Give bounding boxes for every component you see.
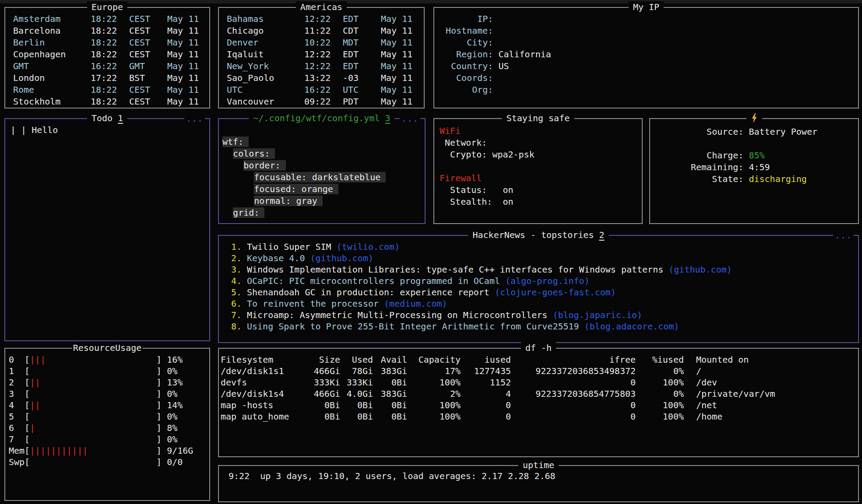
battery-info: Source: Battery Power Charge: 85%Remaini… bbox=[650, 119, 858, 223]
gauge-bars: || bbox=[30, 377, 40, 388]
clock-row: Bahamas12:22EDTMay 11 bbox=[227, 13, 424, 25]
ip-field-label: Coords: bbox=[446, 73, 493, 83]
clock-time: 12:22 bbox=[304, 13, 331, 25]
top-strip bbox=[0, 0, 862, 4]
df-cell: 9223372036854775803 bbox=[511, 388, 636, 399]
clock-timezone: CEST bbox=[129, 96, 167, 108]
clock-city: Vancouver bbox=[227, 96, 304, 108]
ip-field-row: Hostname: bbox=[446, 25, 858, 37]
europe-clock-rows: Amsterdam18:22CESTMay 11Barcelona18:22CE… bbox=[5, 8, 209, 108]
panel-todo[interactable]: Todo1 ... | | Hello bbox=[4, 118, 210, 341]
gauge-label: 2 bbox=[9, 377, 25, 388]
hackernews-story[interactable]: 2.Keybase 4.0 (github.com) bbox=[226, 252, 858, 264]
story-domain-link[interactable]: (blog.japaric.io) bbox=[552, 310, 642, 320]
hackernews-story[interactable]: 8.Using Spark to Prove 255-Bit Integer A… bbox=[226, 321, 858, 332]
config-line-text: focusable: darkslateblue bbox=[254, 172, 386, 182]
story-title: Windows Implementation Libraries: type-s… bbox=[247, 264, 668, 275]
gauge-label: 3 bbox=[9, 388, 25, 399]
df-header-cell: Mounted on bbox=[696, 354, 749, 365]
story-domain-link[interactable]: (clojure-goes-fast.com) bbox=[495, 287, 616, 298]
config-line-text: border: bbox=[243, 160, 285, 171]
clock-timezone: CEST bbox=[129, 84, 167, 96]
clock-row: Berlin18:22CESTMay 11 bbox=[13, 37, 209, 49]
gauge-label: Swp bbox=[9, 456, 25, 468]
gauge-value: 13% bbox=[167, 377, 183, 388]
clock-date: May 11 bbox=[381, 13, 412, 25]
ip-field-row: City: bbox=[446, 37, 858, 49]
df-row: /dev/disk1s1466Gi78Gi383Gi17%12774359223… bbox=[221, 365, 858, 377]
df-cell: 383Gi bbox=[373, 388, 407, 399]
df-cell: 100% bbox=[407, 377, 461, 388]
df-cell: /home bbox=[696, 411, 722, 422]
clock-timezone: UTC bbox=[343, 84, 381, 96]
story-rank: 4. bbox=[226, 275, 242, 287]
clock-city: New_York bbox=[227, 60, 304, 72]
gauge-row: 6 [| ] 8% bbox=[9, 422, 209, 434]
panel-config-yml[interactable]: ~/.config/wtf/config.yml3 ... wtf: color… bbox=[218, 118, 426, 224]
df-cell: 1277435 bbox=[461, 365, 511, 377]
hackernews-story[interactable]: 1.Twilio Super SIM (twilio.com) bbox=[226, 241, 858, 252]
gauge-value: 9/16G bbox=[167, 445, 193, 456]
story-domain-link[interactable]: (algo-prog.info) bbox=[505, 276, 590, 286]
df-cell: 100% bbox=[407, 411, 461, 422]
clock-time: 10:22 bbox=[304, 37, 331, 49]
clock-row: New_York12:22EDTMay 11 bbox=[227, 60, 424, 72]
clock-timezone: -03 bbox=[343, 72, 381, 84]
battery-label: Remaining: bbox=[691, 162, 749, 172]
df-header-cell: Avail bbox=[373, 354, 407, 365]
clock-city: Berlin bbox=[13, 37, 91, 49]
story-domain-link[interactable]: (twilio.com) bbox=[337, 242, 400, 252]
df-row: map -hosts0Bi0Bi0Bi100%00100%/net bbox=[221, 399, 858, 411]
story-domain-link[interactable]: (medium.com) bbox=[384, 298, 447, 309]
ip-field-value: US bbox=[493, 61, 509, 71]
clock-time: 16:22 bbox=[304, 84, 331, 96]
config-line-text: normal: gray bbox=[254, 196, 323, 206]
clock-city: Barcelona bbox=[13, 25, 91, 37]
ip-field-row: Country: US bbox=[446, 60, 858, 72]
clock-city: London bbox=[13, 72, 91, 84]
ip-field-value bbox=[493, 14, 498, 24]
hackernews-story[interactable]: 3.Windows Implementation Libraries: type… bbox=[226, 264, 858, 275]
clock-city: Copenhagen bbox=[13, 49, 91, 60]
gauge-row: 0 [||| ] 16% bbox=[9, 354, 209, 365]
panel-hackernews[interactable]: HackerNews - topstories2 ... 1.Twilio Su… bbox=[218, 235, 859, 343]
clock-timezone: CEST bbox=[129, 49, 167, 60]
df-cell: map auto_home bbox=[221, 411, 308, 422]
americas-clock-rows: Bahamas12:22EDTMay 11Chicago11:22CDTMay … bbox=[219, 8, 424, 108]
ip-field-label: Hostname: bbox=[446, 25, 493, 36]
story-title: Keybase 4.0 bbox=[247, 253, 310, 263]
clock-city: Amsterdam bbox=[13, 13, 91, 25]
ip-field-row: IP: bbox=[446, 13, 858, 25]
panel-uptime: uptime 9:22 up 3 days, 19:10, 2 users, l… bbox=[218, 465, 859, 502]
df-header-cell: %iused bbox=[636, 354, 684, 365]
df-cell: 2% bbox=[407, 388, 461, 399]
gauge-row: 2 [|| ] 13% bbox=[9, 377, 209, 388]
df-cell: 0Bi bbox=[308, 411, 340, 422]
hackernews-story[interactable]: 7.Microamp: Asymmetric Multi-Processing … bbox=[226, 309, 858, 321]
clock-date: May 11 bbox=[381, 37, 412, 49]
todo-item[interactable]: | | Hello bbox=[11, 124, 209, 136]
df-cell: 333Ki bbox=[340, 377, 373, 388]
story-domain-link[interactable]: (blog.adacore.com) bbox=[584, 321, 679, 332]
safety-line: Network: bbox=[440, 137, 642, 149]
battery-line: State: discharging bbox=[691, 173, 817, 185]
story-domain-link[interactable]: (github.com) bbox=[668, 264, 732, 275]
hackernews-story[interactable]: 5.Shenandoah GC in production: experienc… bbox=[226, 287, 858, 298]
ip-field-label: City: bbox=[446, 37, 493, 48]
hackernews-story[interactable]: 6.To reinvent the processor (medium.com) bbox=[226, 298, 858, 309]
disk-usage-table: FilesystemSizeUsedAvailCapacityiusedifre… bbox=[219, 349, 858, 456]
story-domain-link[interactable]: (github.com) bbox=[310, 253, 374, 263]
df-cell: 4 bbox=[461, 388, 511, 399]
ip-field-row: Coords: bbox=[446, 72, 858, 84]
df-cell: /dev/disk1s1 bbox=[221, 365, 308, 377]
battery-value: 4:59 bbox=[749, 162, 770, 172]
df-cell: /net bbox=[696, 399, 717, 411]
gauge-row: 3 [ ] 0% bbox=[9, 388, 209, 399]
df-cell: 4.0Gi bbox=[340, 388, 373, 399]
gauge-value: 0/0 bbox=[167, 457, 183, 467]
clock-time: 18:22 bbox=[91, 96, 117, 108]
df-cell: 0 bbox=[511, 377, 636, 388]
df-cell: 0Bi bbox=[373, 411, 407, 422]
gauge-row: Mem[||||||||||| ] 9/16G bbox=[9, 445, 209, 456]
hackernews-story[interactable]: 4.OCaPIC: PIC microcontrollers programme… bbox=[226, 275, 858, 287]
